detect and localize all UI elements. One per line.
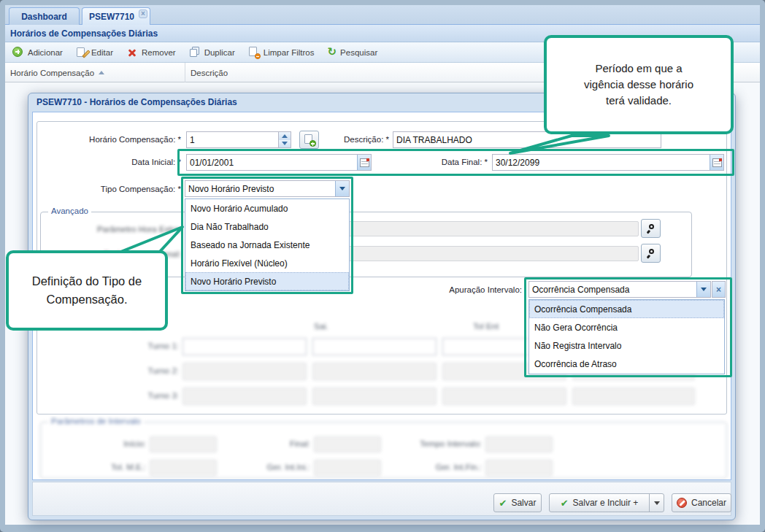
tab-psew7710[interactable]: PSEW7710 × bbox=[82, 7, 150, 25]
tipo-compensacao-combo[interactable] bbox=[185, 180, 350, 197]
panel-title: Horários de Compensações Diárias bbox=[10, 28, 158, 39]
data-final-label: Data Final: * bbox=[409, 158, 488, 166]
spinner-down-icon[interactable] bbox=[279, 140, 291, 148]
dropdown-option[interactable]: Não Registra Intervalo bbox=[529, 336, 724, 355]
limpar-filtros-label: Limpar Filtros bbox=[264, 48, 315, 57]
apuracao-intervalo-dropdown: Ocorrência Compensada Não Gera Ocorrênci… bbox=[528, 299, 725, 374]
data-inicial-label: Data Inicial: * bbox=[58, 158, 181, 166]
tab-label: Dashboard bbox=[21, 12, 67, 22]
refresh-icon: ↻ bbox=[328, 47, 337, 58]
dropdown-option[interactable]: Ocorrência de Atraso bbox=[529, 355, 724, 373]
dropdown-option[interactable]: Novo Horário Acumulado bbox=[185, 199, 349, 217]
descricao-label: Descrição: * bbox=[314, 135, 389, 144]
remover-button[interactable]: Remover bbox=[126, 47, 176, 58]
calendar-icon[interactable] bbox=[710, 155, 723, 170]
dropdown-option-selected[interactable]: Ocorrência Compensada bbox=[529, 300, 724, 318]
salvar-button[interactable]: ✔ Salvar bbox=[493, 493, 542, 512]
cancelar-label: Cancelar bbox=[691, 498, 726, 508]
tab-dashboard[interactable]: Dashboard bbox=[9, 7, 80, 25]
tab-bar: Dashboard PSEW7710 × bbox=[5, 5, 760, 25]
horario-compensacao-label: Horário Compensação: * bbox=[22, 135, 181, 144]
tipo-compensacao-dropdown: Novo Horário Acumulado Dia Não Trabalhad… bbox=[185, 198, 350, 291]
chevron-down-icon[interactable] bbox=[335, 181, 349, 196]
search-lookup-button[interactable] bbox=[641, 244, 661, 263]
spinner-buttons[interactable] bbox=[278, 132, 291, 147]
adicionar-label: Adicionar bbox=[28, 48, 63, 57]
copy-icon bbox=[189, 47, 201, 58]
delete-x-icon bbox=[126, 47, 138, 58]
column-horario-compensacao[interactable]: Horário Compensação bbox=[5, 63, 185, 82]
adicionar-button[interactable]: Adicionar bbox=[12, 47, 63, 58]
column-label: Horário Compensação bbox=[10, 69, 94, 77]
data-inicial-field[interactable] bbox=[186, 154, 372, 171]
clear-button[interactable]: × bbox=[712, 281, 726, 298]
check-icon: ✔ bbox=[561, 498, 569, 509]
add-icon bbox=[12, 47, 24, 58]
duplicar-label: Duplicar bbox=[204, 48, 235, 57]
cancel-icon bbox=[677, 498, 687, 508]
tab-label: PSEW7710 bbox=[89, 12, 134, 22]
fieldset-legend: Avançado bbox=[48, 207, 91, 215]
pesquisar-button[interactable]: ↻ Pesquisar bbox=[328, 47, 378, 58]
remover-label: Remover bbox=[142, 48, 176, 57]
split-arrow-button[interactable] bbox=[649, 494, 664, 512]
duplicar-button[interactable]: Duplicar bbox=[189, 47, 235, 58]
dropdown-option[interactable]: Horário Flexível (Núcleo) bbox=[185, 254, 349, 272]
data-final-field[interactable] bbox=[492, 154, 724, 171]
close-icon[interactable]: × bbox=[139, 9, 147, 18]
dialog-title-text: PSEW7710 - Horários de Compensações Diár… bbox=[36, 97, 237, 107]
horario-compensacao-input[interactable] bbox=[187, 132, 278, 147]
salvar-incluir-button[interactable]: ✔ Salvar e Incluir + bbox=[549, 493, 664, 512]
dropdown-option[interactable]: Não Gera Ocorrência bbox=[529, 318, 724, 336]
apuracao-intervalo-label: Apuração Intervalo: bbox=[412, 285, 522, 294]
data-inicial-input[interactable] bbox=[187, 155, 357, 170]
horario-compensacao-spinner[interactable] bbox=[186, 131, 291, 148]
dropdown-option-selected[interactable]: Novo Horário Previsto bbox=[185, 272, 349, 290]
param-hora-extra-label: Parâmetro Hora Extra: bbox=[42, 225, 181, 234]
edit-pencil-icon bbox=[76, 47, 88, 58]
salvar-label: Salvar bbox=[511, 498, 536, 508]
check-icon: ✔ bbox=[499, 498, 507, 509]
new-record-icon bbox=[304, 134, 315, 145]
spinner-up-icon[interactable] bbox=[279, 132, 291, 140]
column-label: Descrição bbox=[191, 69, 228, 77]
app-window: Dashboard PSEW7710 × Horários de Compens… bbox=[0, 0, 765, 532]
callout-periodo: Período em que a vigência desse horário … bbox=[544, 35, 734, 134]
apuracao-intervalo-value[interactable] bbox=[529, 282, 696, 297]
sort-asc-icon bbox=[99, 71, 104, 74]
editar-button[interactable]: Editar bbox=[76, 47, 113, 58]
dropdown-option[interactable]: Dia Não Trabalhado bbox=[185, 217, 349, 236]
clear-x-icon: × bbox=[716, 285, 721, 294]
search-lookup-button[interactable] bbox=[641, 219, 661, 238]
callout-tipo-text: Definição do Tipo de Compensação. bbox=[28, 272, 145, 309]
editar-label: Editar bbox=[91, 48, 113, 57]
search-icon bbox=[646, 223, 656, 234]
limpar-filtros-button[interactable]: Limpar Filtros bbox=[248, 47, 315, 58]
salvar-incluir-label: Salvar e Incluir + bbox=[573, 498, 639, 508]
data-final-input[interactable] bbox=[493, 155, 710, 170]
cancelar-button[interactable]: Cancelar bbox=[672, 493, 731, 512]
calendar-icon[interactable] bbox=[357, 155, 371, 170]
dropdown-option[interactable]: Baseado na Jornada Existente bbox=[185, 236, 349, 254]
pesquisar-label: Pesquisar bbox=[340, 48, 377, 57]
tipo-compensacao-label: Tipo Compensação: * bbox=[44, 185, 181, 193]
chevron-down-icon bbox=[654, 501, 660, 505]
chevron-down-icon[interactable] bbox=[696, 282, 710, 297]
tipo-compensacao-value[interactable] bbox=[185, 181, 335, 196]
apuracao-intervalo-combo[interactable] bbox=[528, 281, 711, 298]
clear-filter-icon bbox=[248, 47, 260, 58]
callout-tipo: Definição do Tipo de Compensação. bbox=[6, 250, 168, 331]
search-icon bbox=[646, 248, 656, 258]
callout-periodo-text: Período em que a vigência desse horário … bbox=[577, 61, 701, 108]
